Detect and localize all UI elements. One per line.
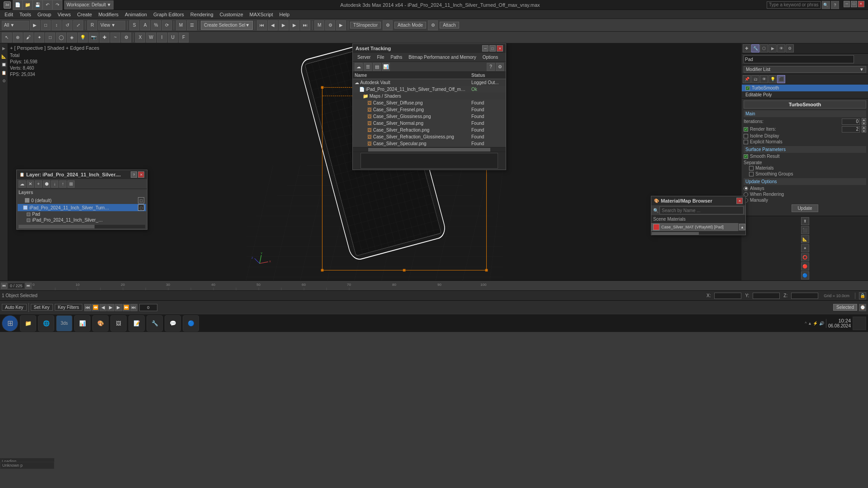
- timeline-last-btn[interactable]: ⏭: [25, 283, 32, 289]
- tb2-spacewarps[interactable]: ~: [110, 33, 120, 43]
- modifier-list-dropdown[interactable]: Modifier List ▼: [744, 66, 866, 73]
- mirror-btn[interactable]: M: [176, 20, 186, 30]
- menu-edit[interactable]: Edit: [2, 11, 16, 18]
- percent-snap[interactable]: %: [151, 20, 161, 30]
- at-menu-options[interactable]: Options: [480, 54, 501, 60]
- next-frame-btn[interactable]: ⏭: [300, 20, 310, 30]
- frame-input[interactable]: [139, 304, 157, 311]
- mat-item-row[interactable]: Case_Silver_MAT (VRayMtl) [Pad] ▲: [651, 223, 745, 231]
- tb2-wire[interactable]: W: [146, 33, 156, 43]
- layer-tb5[interactable]: ↓: [51, 180, 58, 188]
- smoothing-groups-checkbox[interactable]: ✓: [749, 172, 754, 176]
- list-item[interactable]: iPad_Pro_2024_11_Inch_Silver_Turned_Off …: [18, 204, 146, 211]
- menu-views[interactable]: Views: [55, 11, 73, 18]
- menu-create[interactable]: Create: [74, 11, 95, 18]
- list-item[interactable]: 0 (default) □: [18, 197, 146, 204]
- x-input[interactable]: [714, 293, 741, 299]
- table-row[interactable]: 🖼 Case_Silver_Refraction.png Found: [353, 127, 506, 133]
- close-btn[interactable]: ✕: [858, 1, 864, 7]
- help-icon[interactable]: ?: [831, 1, 839, 9]
- layer-add[interactable]: +: [35, 180, 42, 188]
- ls-icon5[interactable]: ⚙: [1, 78, 7, 84]
- layer-question-btn[interactable]: ?: [131, 171, 137, 178]
- tb2-systems[interactable]: ⚙: [121, 33, 131, 43]
- rs-icon6[interactable]: 🔴: [801, 262, 809, 270]
- start-btn[interactable]: ⊞: [2, 315, 18, 332]
- at-tb2[interactable]: ☰: [364, 63, 372, 71]
- pb-next-key[interactable]: ⏩: [123, 304, 130, 311]
- add-time-tag-btn[interactable]: ⌚: [859, 304, 866, 311]
- clock[interactable]: 10:24 06.08.2024: [828, 318, 851, 328]
- search-icon[interactable]: 🔍: [822, 1, 830, 9]
- tb2-select[interactable]: ↖: [2, 33, 12, 43]
- all-dropdown[interactable]: All▼: [2, 21, 29, 30]
- select-btn[interactable]: ▶: [30, 20, 40, 30]
- mod-show-btn[interactable]: 👁: [760, 75, 768, 83]
- tb2-cameras[interactable]: 📷: [89, 33, 99, 43]
- taskbar-app6[interactable]: 🖼: [110, 315, 127, 332]
- move-btn[interactable]: ↕: [52, 20, 62, 30]
- tb2-obj-types[interactable]: □: [45, 33, 55, 43]
- taskbar-app4[interactable]: 📊: [74, 315, 90, 332]
- align-btn[interactable]: ☰: [187, 20, 197, 30]
- layer-visibility2[interactable]: □: [138, 204, 144, 211]
- pb-first[interactable]: ⏮: [84, 304, 91, 311]
- material-search-input[interactable]: [659, 206, 744, 214]
- minimize-btn[interactable]: ─: [844, 1, 850, 7]
- pin2-btn[interactable]: 🗂: [751, 75, 759, 83]
- tb2-pick[interactable]: ⊕: [13, 33, 23, 43]
- menu-group[interactable]: Group: [35, 11, 54, 18]
- render-iters-down[interactable]: ▼: [862, 129, 866, 133]
- mod-tab-motion[interactable]: ▶: [768, 44, 777, 52]
- menu-rendering[interactable]: Rendering: [188, 11, 216, 18]
- timeline-first-btn[interactable]: ⏮: [1, 283, 7, 289]
- rs-icon7[interactable]: 🔵: [801, 271, 809, 280]
- ts-enable-checkbox[interactable]: ✓: [745, 86, 750, 90]
- auto-key-btn[interactable]: Auto Key: [2, 304, 27, 311]
- prev-key-btn[interactable]: ◀: [268, 20, 278, 30]
- reference-coord-btn[interactable]: R: [87, 20, 97, 30]
- mod-tab-modify[interactable]: 🔧: [751, 44, 759, 52]
- menu-modifiers[interactable]: Modifiers: [95, 11, 121, 18]
- stack-item-turbosmooth[interactable]: ✓ TurboSmooth: [742, 85, 868, 91]
- iterations-up[interactable]: ▲: [862, 118, 866, 121]
- workspace-dropdown[interactable]: Workspace: Default ▼: [64, 0, 114, 9]
- pin-btn[interactable]: 📌: [743, 75, 751, 83]
- at-minimize-btn[interactable]: ─: [482, 45, 489, 52]
- layer-tb6[interactable]: ↑: [59, 180, 66, 188]
- taskbar-app9[interactable]: 💬: [165, 315, 181, 332]
- list-item[interactable]: Pad: [18, 211, 146, 217]
- menu-help[interactable]: Help: [277, 11, 293, 18]
- save-file-btn[interactable]: 💾: [33, 0, 43, 10]
- taskbar-app5[interactable]: 🎨: [92, 315, 109, 332]
- rs-icon5[interactable]: ⭕: [801, 253, 809, 261]
- layer-tb4[interactable]: ⬢: [43, 180, 50, 188]
- ls-icon1[interactable]: ▶: [1, 45, 7, 52]
- rs-icon1[interactable]: ⬆: [801, 217, 809, 225]
- menu-tools[interactable]: Tools: [17, 11, 34, 18]
- maximize-btn[interactable]: □: [851, 1, 857, 7]
- at-menu-paths[interactable]: Paths: [388, 54, 405, 60]
- update-btn[interactable]: Update: [792, 204, 818, 212]
- new-file-btn[interactable]: 📄: [13, 0, 23, 10]
- pb-next[interactable]: ▶: [115, 304, 122, 311]
- tb2-isolate[interactable]: I: [157, 33, 167, 43]
- redo-btn[interactable]: ↷: [52, 0, 62, 10]
- material-editor-btn[interactable]: M: [314, 20, 324, 30]
- rs-icon3[interactable]: 📐: [801, 235, 809, 243]
- layer-tb7[interactable]: ⊞: [67, 180, 75, 188]
- ls-icon4[interactable]: 📋: [1, 70, 7, 76]
- layer-tb1[interactable]: ☁: [19, 180, 26, 188]
- lock-btn[interactable]: 🔒: [859, 292, 866, 299]
- at-menu-server[interactable]: Server: [355, 54, 373, 60]
- taskbar-explorer[interactable]: 📁: [20, 315, 36, 332]
- tb2-xform[interactable]: X: [135, 33, 145, 43]
- taskbar-3ds[interactable]: 3ds: [56, 315, 72, 332]
- angle-snap[interactable]: A: [140, 20, 150, 30]
- always-radio[interactable]: [744, 186, 748, 191]
- z-input[interactable]: [791, 293, 818, 299]
- render-setup-btn[interactable]: ⚙: [325, 20, 335, 30]
- list-item[interactable]: iPad_Pro_2024_11_Inch_Silver_Turned_Off: [18, 217, 146, 223]
- pb-prev[interactable]: ◀: [100, 304, 107, 311]
- mod-tab-display[interactable]: 👁: [777, 44, 785, 52]
